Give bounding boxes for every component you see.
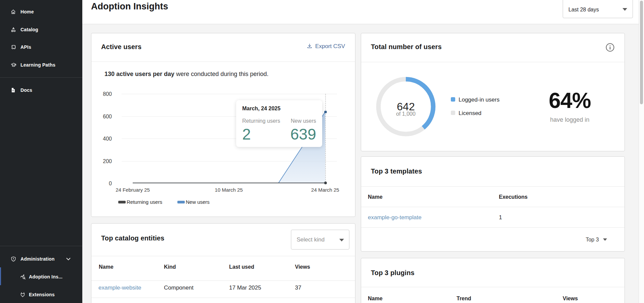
svg-text:800: 800: [103, 91, 112, 97]
svg-text:200: 200: [103, 158, 112, 164]
svg-text:600: 600: [103, 114, 112, 119]
svg-text:24 February 25: 24 February 25: [116, 187, 150, 193]
svg-text:Returning users: Returning users: [127, 199, 162, 205]
svg-text:24 March 25: 24 March 25: [311, 187, 339, 193]
svg-text:400: 400: [103, 136, 112, 142]
svg-text:10 March 25: 10 March 25: [215, 187, 243, 193]
svg-text:0: 0: [109, 181, 112, 186]
svg-text:New users: New users: [186, 199, 210, 205]
